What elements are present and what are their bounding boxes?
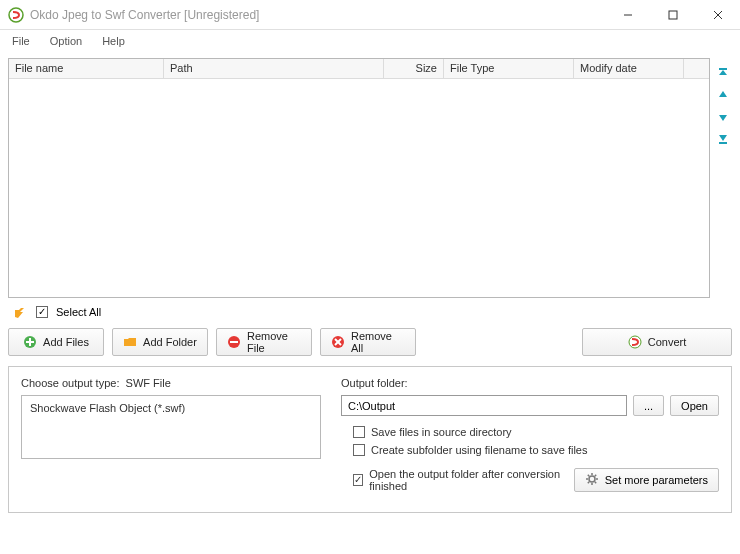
remove-all-icon bbox=[331, 335, 345, 349]
add-folder-button[interactable]: Add Folder bbox=[112, 328, 208, 356]
open-folder-button[interactable]: Open bbox=[670, 395, 719, 416]
window-title: Okdo Jpeg to Swf Converter [Unregistered… bbox=[30, 8, 605, 22]
maximize-button[interactable] bbox=[650, 0, 695, 30]
folder-icon bbox=[123, 335, 137, 349]
menu-help[interactable]: Help bbox=[98, 33, 129, 49]
svg-point-15 bbox=[629, 336, 641, 348]
move-up-icon[interactable] bbox=[716, 88, 730, 102]
svg-line-23 bbox=[587, 482, 588, 483]
browse-button[interactable]: ... bbox=[633, 395, 664, 416]
open-after-checkbox[interactable]: ✓ bbox=[353, 474, 363, 486]
svg-point-16 bbox=[589, 476, 595, 482]
window-controls bbox=[605, 0, 740, 30]
remove-all-label: Remove All bbox=[351, 330, 405, 354]
output-type-option: Shockwave Flash Object (*.swf) bbox=[30, 402, 185, 414]
minus-icon bbox=[227, 335, 241, 349]
more-params-label: Set more parameters bbox=[605, 474, 708, 486]
output-folder-input[interactable] bbox=[341, 395, 627, 416]
svg-point-0 bbox=[9, 8, 23, 22]
menu-option[interactable]: Option bbox=[46, 33, 86, 49]
menu-file[interactable]: File bbox=[8, 33, 34, 49]
add-files-label: Add Files bbox=[43, 336, 89, 348]
list-body[interactable] bbox=[9, 79, 709, 297]
reorder-arrows bbox=[714, 58, 732, 298]
column-filetype[interactable]: File Type bbox=[444, 59, 574, 78]
remove-file-label: Remove File bbox=[247, 330, 301, 354]
remove-all-button[interactable]: Remove All bbox=[320, 328, 416, 356]
save-source-label: Save files in source directory bbox=[371, 426, 512, 438]
output-panel: Choose output type: SWF File Shockwave F… bbox=[8, 366, 732, 513]
close-button[interactable] bbox=[695, 0, 740, 30]
convert-button[interactable]: Convert bbox=[582, 328, 732, 356]
set-more-parameters-button[interactable]: Set more parameters bbox=[574, 468, 719, 492]
svg-line-22 bbox=[594, 482, 595, 483]
remove-file-button[interactable]: Remove File bbox=[216, 328, 312, 356]
select-all-checkbox[interactable]: ✓ bbox=[36, 306, 48, 318]
svg-line-24 bbox=[594, 475, 595, 476]
plus-icon bbox=[23, 335, 37, 349]
gear-icon bbox=[585, 472, 599, 488]
move-top-icon[interactable] bbox=[716, 66, 730, 80]
menu-bar: File Option Help bbox=[0, 30, 740, 52]
convert-icon bbox=[628, 335, 642, 349]
file-list[interactable]: File name Path Size File Type Modify dat… bbox=[8, 58, 710, 298]
output-type-select[interactable]: Shockwave Flash Object (*.swf) bbox=[21, 395, 321, 459]
app-icon bbox=[8, 7, 24, 23]
create-subfolder-label: Create subfolder using filename to save … bbox=[371, 444, 587, 456]
svg-line-21 bbox=[587, 475, 588, 476]
column-modify[interactable]: Modify date bbox=[574, 59, 684, 78]
output-type-label: Choose output type: SWF File bbox=[21, 377, 321, 389]
title-bar: Okdo Jpeg to Swf Converter [Unregistered… bbox=[0, 0, 740, 30]
convert-label: Convert bbox=[648, 336, 687, 348]
column-headers: File name Path Size File Type Modify dat… bbox=[9, 59, 709, 79]
output-folder-label: Output folder: bbox=[341, 377, 719, 389]
svg-rect-2 bbox=[669, 11, 677, 19]
column-path[interactable]: Path bbox=[164, 59, 384, 78]
add-files-button[interactable]: Add Files bbox=[8, 328, 104, 356]
move-bottom-icon[interactable] bbox=[716, 132, 730, 146]
move-down-icon[interactable] bbox=[716, 110, 730, 124]
select-all-label: Select All bbox=[56, 306, 101, 318]
minimize-button[interactable] bbox=[605, 0, 650, 30]
column-size[interactable]: Size bbox=[384, 59, 444, 78]
add-folder-label: Add Folder bbox=[143, 336, 197, 348]
column-filename[interactable]: File name bbox=[9, 59, 164, 78]
save-source-checkbox[interactable] bbox=[353, 426, 365, 438]
create-subfolder-checkbox[interactable] bbox=[353, 444, 365, 456]
folder-up-icon[interactable] bbox=[12, 304, 28, 320]
open-after-label: Open the output folder after conversion … bbox=[369, 468, 561, 492]
